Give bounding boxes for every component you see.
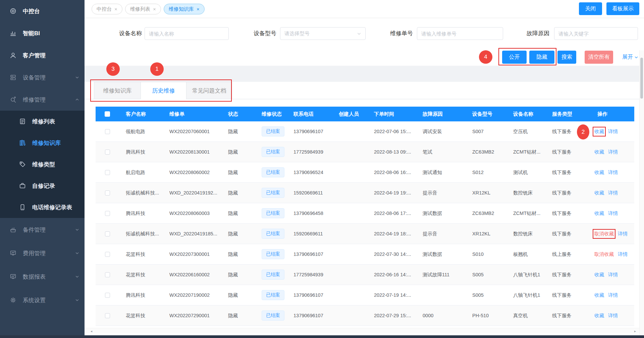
filter-panel: 设备名称 设备型号 请选择型号 维修单号 故障原因 公开 隐藏 搜索 清空所有 … bbox=[85, 18, 644, 66]
cell-device-model: S012 bbox=[466, 162, 506, 182]
sidebar-item-reports[interactable]: 数据报表 bbox=[0, 265, 85, 288]
sidebar-item-knowledge-base[interactable]: 维修知识库 bbox=[0, 132, 85, 154]
device-model-label: 设备型号 bbox=[252, 27, 276, 40]
table-row: 腾讯科技WX202208130001隐藏已结案177259849392022-0… bbox=[96, 142, 634, 162]
row-checkbox[interactable] bbox=[105, 272, 110, 277]
close-icon[interactable] bbox=[197, 8, 200, 11]
row-checkbox[interactable] bbox=[105, 211, 110, 216]
tab-pill-repair-list[interactable]: 维修列表 bbox=[125, 4, 161, 14]
cancel-favorite-link[interactable]: 取消收藏 bbox=[594, 251, 614, 258]
detail-link[interactable]: 详情 bbox=[608, 272, 618, 278]
sidebar-item-self-repair[interactable]: 自修记录 bbox=[0, 175, 85, 196]
sidebar-item-label: 设备管理 bbox=[23, 74, 46, 81]
cell-fault-reason: 测试通知 bbox=[416, 162, 466, 182]
favorite-link[interactable]: 收藏 bbox=[594, 313, 604, 319]
repair-order-input[interactable] bbox=[417, 27, 503, 40]
cell-customer: 腾讯科技 bbox=[119, 285, 163, 305]
presentation-chart-icon bbox=[9, 273, 17, 280]
sidebar-item-costs[interactable]: 费用管理 bbox=[0, 241, 85, 265]
device-name-input[interactable] bbox=[145, 27, 229, 40]
row-checkbox[interactable] bbox=[105, 190, 110, 195]
cell-creator bbox=[332, 183, 367, 203]
cell-order-no: WXD_20220419192... bbox=[163, 183, 221, 203]
detail-link[interactable]: 详情 bbox=[608, 190, 618, 196]
cell-fault-reason: 测试数据 bbox=[416, 203, 466, 223]
row-checkbox[interactable] bbox=[105, 231, 110, 236]
favorite-link[interactable]: 收藏 bbox=[594, 272, 604, 278]
detail-link[interactable]: 详情 bbox=[608, 313, 618, 319]
close-page-button[interactable]: 关闭 bbox=[579, 2, 602, 15]
favorite-link[interactable]: 收藏 bbox=[594, 210, 604, 217]
sidebar-item-repair-list[interactable]: 维修列表 bbox=[0, 111, 85, 132]
cell-actions: 收藏详情 bbox=[591, 162, 634, 182]
cell-status: 隐藏 bbox=[221, 305, 255, 326]
sidebar-item-spare-parts[interactable]: 备件管理 bbox=[0, 218, 85, 241]
expand-label: 展开 bbox=[622, 54, 633, 61]
column-header: 故障原因 bbox=[416, 107, 466, 121]
header-checkbox[interactable] bbox=[105, 111, 110, 117]
chevron-up-icon bbox=[75, 98, 79, 102]
table-row: 拓诚机械科技...WXD_20220419192...隐藏已结案15920669… bbox=[96, 183, 634, 203]
toolbox-icon bbox=[9, 226, 17, 233]
vertical-scrollbar-thumb[interactable] bbox=[640, 58, 643, 99]
chevron-down-icon bbox=[75, 228, 79, 232]
favorite-link[interactable]: 收藏 bbox=[594, 292, 604, 298]
search-button[interactable]: 搜索 bbox=[557, 51, 576, 64]
row-checkbox[interactable] bbox=[105, 252, 110, 257]
cell-phone: 13790696458 bbox=[287, 203, 332, 223]
favorite-link[interactable]: 收藏 bbox=[594, 169, 604, 176]
sidebar-item-console[interactable]: 中控台 bbox=[0, 0, 85, 22]
detail-link[interactable]: 详情 bbox=[618, 251, 628, 258]
cancel-favorite-link[interactable]: 取消收藏 bbox=[594, 231, 614, 237]
row-checkbox[interactable] bbox=[105, 129, 110, 134]
detail-link[interactable]: 详情 bbox=[608, 149, 618, 155]
scroll-left-arrow-icon[interactable]: ◂ bbox=[91, 329, 92, 333]
column-header: 维修状态 bbox=[255, 107, 287, 121]
sidebar-item-repair[interactable]: 维修管理 bbox=[0, 89, 85, 111]
sidebar-item-phone-repair-log[interactable]: 电话维修记录表 bbox=[0, 196, 85, 218]
repair-search-icon bbox=[9, 96, 17, 103]
cell-fault-reason: 0000 bbox=[416, 305, 466, 326]
device-model-select[interactable]: 请选择型号 bbox=[280, 27, 366, 40]
row-checkbox[interactable] bbox=[105, 170, 110, 175]
detail-link[interactable]: 详情 bbox=[618, 231, 628, 237]
repair-table: 客户名称维修单状态维修状态联系电话创建人员下单时间故障原因设备型号设备名称服务类… bbox=[96, 107, 634, 326]
sidebar-item-repair-types[interactable]: 维修类型 bbox=[0, 154, 85, 175]
close-icon[interactable] bbox=[114, 8, 117, 11]
cell-status: 隐藏 bbox=[221, 244, 255, 264]
row-checkbox[interactable] bbox=[105, 150, 110, 155]
detail-link[interactable]: 详情 bbox=[608, 128, 618, 135]
clear-all-button[interactable]: 清空所有 bbox=[585, 51, 613, 64]
cell-device-name: ZCMT铝材... bbox=[506, 203, 545, 223]
sidebar-item-devices[interactable]: 设备管理 bbox=[0, 66, 85, 89]
favorite-link[interactable]: 收藏 bbox=[594, 190, 604, 196]
detail-link[interactable]: 详情 bbox=[608, 169, 618, 176]
table-row: 花篮科技WX202207300001隐藏已结案137906961072022-0… bbox=[96, 244, 634, 265]
annotation-circle-2: 2 bbox=[577, 124, 589, 139]
table-row: 腾讯科技WX202207190002隐藏已结案137906961072022-0… bbox=[96, 285, 634, 305]
fault-reason-input[interactable] bbox=[554, 27, 638, 40]
sidebar-item-bi[interactable]: 智能BI bbox=[0, 22, 85, 44]
detail-link[interactable]: 详情 bbox=[608, 292, 618, 298]
expand-toggle[interactable]: 展开 bbox=[622, 51, 638, 64]
row-checkbox[interactable] bbox=[105, 313, 110, 318]
row-checkbox[interactable] bbox=[105, 293, 110, 298]
tab-pill-knowledge-base[interactable]: 维修知识库 bbox=[164, 4, 205, 14]
column-header: 客户名称 bbox=[119, 107, 163, 121]
favorite-link[interactable]: 收藏 bbox=[594, 128, 604, 135]
detail-link[interactable]: 详情 bbox=[608, 210, 618, 217]
cell-device-name: 板翘机 bbox=[506, 244, 545, 264]
bottom-strip bbox=[0, 335, 644, 338]
cell-service-type: 线下服务 bbox=[545, 285, 591, 305]
cell-service-type: 线下服务 bbox=[545, 203, 591, 223]
horizontal-scrollbar[interactable]: ◂ ▸ bbox=[85, 328, 644, 333]
sidebar-item-settings[interactable]: 系统设置 bbox=[0, 288, 85, 312]
favorite-link[interactable]: 收藏 bbox=[594, 149, 604, 155]
sidebar-item-customers[interactable]: 客户管理 bbox=[0, 44, 85, 66]
column-header: 操作 bbox=[591, 107, 634, 121]
close-icon[interactable] bbox=[153, 8, 156, 11]
board-display-button[interactable]: 看板展示 bbox=[606, 2, 639, 15]
tab-pill-console[interactable]: 中控台 bbox=[92, 4, 122, 14]
scroll-right-arrow-icon[interactable]: ▸ bbox=[634, 329, 636, 333]
user-icon bbox=[9, 52, 17, 59]
